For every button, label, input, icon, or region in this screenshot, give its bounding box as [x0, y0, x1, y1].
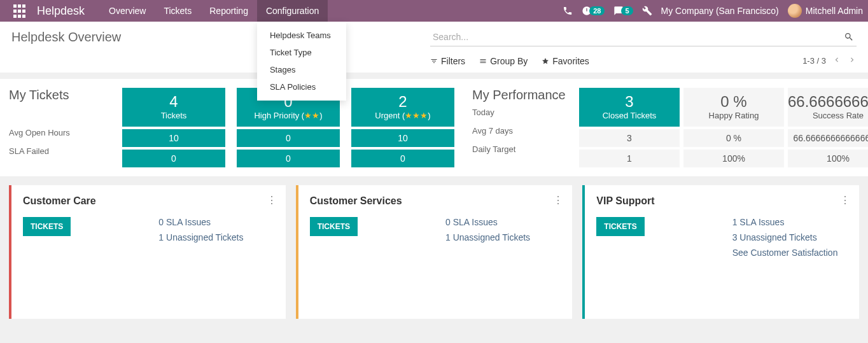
perf-col-1: 0 %Happy Rating0 %100% [683, 88, 784, 167]
team-body: TICKETS1 SLA Issues3 Unassigned TicketsS… [596, 217, 848, 258]
team-link[interactable]: 1 SLA Issues [732, 217, 838, 227]
perf-col-2: 66.66666666666667%Success Rate66.6666666… [788, 88, 868, 167]
perf-avg7-label: Avg 7 days [472, 126, 568, 136]
kebab-icon[interactable]: ⋮ [267, 194, 277, 206]
control-panel: Helpdesk Overview Filters Group By Favor… [0, 22, 868, 73]
team-link[interactable]: 1 Unassigned Tickets [158, 232, 243, 242]
topbar: Helpdesk Overview Tickets Reporting Conf… [0, 0, 868, 22]
perf-today-label: Today [472, 108, 568, 117]
perf-r1: 0 % [683, 129, 784, 147]
perf-hdr[interactable]: 0 %Happy Rating [683, 88, 784, 127]
perf-hdr[interactable]: 3Closed Tickets [579, 88, 680, 127]
search-input[interactable] [430, 28, 857, 46]
page-title: Helpdesk Overview [11, 30, 121, 45]
team-links: 0 SLA Issues1 Unassigned Tickets [158, 217, 243, 242]
nav-configuration[interactable]: Configuration Helpdesk Teams Ticket Type… [257, 0, 328, 22]
stat-col-tickets: 4 Tickets 10 0 [122, 88, 225, 167]
nav-configuration-label: Configuration [266, 6, 319, 16]
perf-r2: 100% [683, 150, 784, 167]
my-tickets-labels: My Tickets Avg Open Hours SLA Failed [9, 88, 111, 167]
tickets-button[interactable]: TICKETS [310, 217, 358, 236]
stat-col-urgent: 2 Urgent (★★★) 10 0 [351, 88, 454, 167]
pager-prev[interactable] [832, 55, 841, 66]
my-tickets-title: My Tickets [9, 88, 111, 102]
team-card: ⋮VIP SupportTICKETS1 SLA Issues3 Unassig… [582, 185, 859, 319]
perf-big: 3 [579, 93, 680, 111]
star-icon: ★★★ [405, 111, 428, 120]
perf-cap: Success Rate [788, 111, 868, 120]
perf-hdr[interactable]: 66.66666666666667%Success Rate [788, 88, 868, 127]
stat-hp-cap: High Priority (★★) [237, 111, 340, 120]
team-title: VIP Support [596, 195, 848, 207]
team-link[interactable]: 0 SLA Issues [158, 217, 243, 227]
stat-tickets-cap: Tickets [122, 111, 225, 120]
stat-urgent-r1: 10 [351, 129, 454, 147]
stat-hp-r2: 0 [237, 150, 340, 167]
stat-tickets-box[interactable]: 4 Tickets [122, 88, 225, 127]
nav-overview[interactable]: Overview [100, 0, 155, 22]
team-card: ⋮Customer ServicesTICKETS0 SLA Issues1 U… [296, 185, 573, 319]
team-body: TICKETS0 SLA Issues1 Unassigned Tickets [23, 217, 274, 242]
user-name: Mitchell Admin [806, 6, 863, 16]
cp-controls: Filters Group By Favorites 1-3 / 3 [430, 55, 857, 66]
perf-target-label: Daily Target [472, 144, 568, 154]
dropdown-ticket-type[interactable]: Ticket Type [257, 44, 346, 61]
my-performance-title: My Performance [472, 88, 568, 102]
team-link[interactable]: 3 Unassigned Tickets [732, 232, 838, 242]
nav-tickets[interactable]: Tickets [155, 0, 200, 22]
kebab-icon[interactable]: ⋮ [553, 194, 563, 206]
company-switcher[interactable]: My Company (San Francisco) [661, 6, 779, 16]
activity-badge: 28 [589, 6, 605, 15]
sla-failed-label: SLA Failed [9, 146, 111, 156]
perf-r1: 3 [579, 129, 680, 147]
dropdown-stages[interactable]: Stages [257, 61, 346, 78]
perf-cols: 3Closed Tickets310 %Happy Rating0 %100%6… [579, 88, 868, 167]
kebab-icon[interactable]: ⋮ [840, 194, 850, 206]
team-title: Customer Care [23, 195, 274, 207]
pager: 1-3 / 3 [802, 55, 857, 66]
filters-label: Filters [441, 56, 465, 66]
team-link[interactable]: 0 SLA Issues [445, 217, 530, 227]
groupby-button[interactable]: Group By [479, 56, 528, 66]
dropdown-sla-policies[interactable]: SLA Policies [257, 78, 346, 95]
team-body: TICKETS0 SLA Issues1 Unassigned Tickets [310, 217, 561, 242]
user-menu[interactable]: Mitchell Admin [788, 4, 863, 18]
apps-icon[interactable] [11, 3, 27, 18]
groupby-label: Group By [490, 56, 528, 66]
dashboard: My Tickets Avg Open Hours SLA Failed 4 T… [0, 79, 868, 176]
perf-big: 0 % [683, 93, 784, 111]
activity-indicator[interactable]: 28 [582, 6, 605, 16]
search-box [430, 28, 857, 46]
stat-urgent-cap: Urgent (★★★) [351, 111, 454, 120]
perf-r2: 1 [579, 150, 680, 167]
messaging-indicator[interactable]: 5 [613, 6, 633, 16]
stat-urgent-box[interactable]: 2 Urgent (★★★) [351, 88, 454, 127]
nav-items: Overview Tickets Reporting Configuration… [100, 0, 328, 22]
tickets-button[interactable]: TICKETS [596, 217, 644, 236]
favorites-label: Favorites [552, 56, 589, 66]
filters-button[interactable]: Filters [430, 56, 465, 66]
stat-hp-r1: 0 [237, 129, 340, 147]
pager-next[interactable] [848, 55, 857, 66]
nav-reporting[interactable]: Reporting [200, 0, 257, 22]
team-link[interactable]: See Customer Satisfaction [732, 248, 838, 258]
perf-cap: Happy Rating [683, 111, 784, 120]
perf-r1: 66.66666666666667% [788, 129, 868, 147]
tools-icon[interactable] [642, 6, 652, 16]
phone-icon[interactable] [563, 6, 573, 16]
stat-tickets-value: 4 [122, 93, 225, 111]
dropdown-helpdesk-teams[interactable]: Helpdesk Teams [257, 27, 346, 44]
tickets-button[interactable]: TICKETS [23, 217, 71, 236]
perf-cap: Closed Tickets [579, 111, 680, 120]
favorites-button[interactable]: Favorites [542, 56, 589, 66]
perf-r2: 100% [788, 150, 868, 167]
search-icon[interactable] [844, 32, 854, 45]
teams-container: ⋮Customer CareTICKETS0 SLA Issues1 Unass… [0, 176, 868, 328]
star-icon: ★★ [304, 111, 319, 120]
nav-right: 28 5 My Company (San Francisco) Mitchell… [563, 4, 863, 18]
perf-big: 66.66666666666667% [788, 93, 868, 111]
stat-tickets-r1: 10 [122, 129, 225, 147]
team-link[interactable]: 1 Unassigned Tickets [445, 232, 530, 242]
team-links: 0 SLA Issues1 Unassigned Tickets [445, 217, 530, 242]
stat-urgent-r2: 0 [351, 150, 454, 167]
